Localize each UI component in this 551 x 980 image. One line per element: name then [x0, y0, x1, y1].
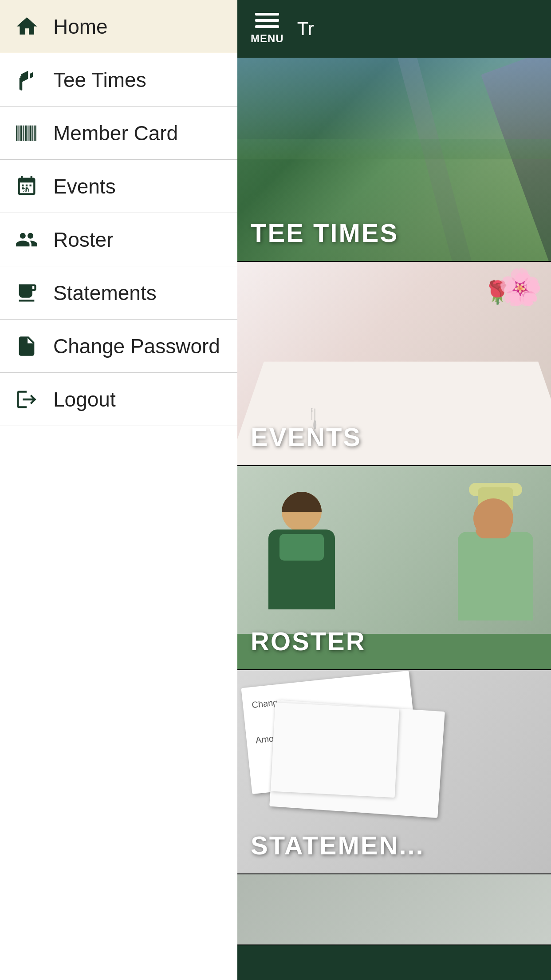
- right-panel: MENU Tr TEE TIMES: [237, 0, 551, 980]
- tile-last[interactable]: [237, 874, 551, 945]
- svg-rect-27: [311, 408, 312, 409]
- svg-rect-1: [20, 76, 22, 89]
- svg-rect-10: [34, 125, 35, 141]
- svg-rect-5: [23, 125, 24, 141]
- svg-rect-28: [311, 410, 312, 411]
- tile-tee-times[interactable]: TEE TIMES: [237, 58, 551, 262]
- svg-rect-14: [30, 184, 31, 186]
- statements-icon: [13, 280, 40, 306]
- tile-statements[interactable]: Change $0.00 Amount Paid Change $0.00 Am…: [237, 670, 551, 874]
- people-icon: [13, 226, 40, 253]
- sidebar-item-change-password[interactable]: Change Password: [0, 320, 237, 373]
- sidebar-events-label: Events: [53, 174, 116, 198]
- sidebar-roster-label: Roster: [53, 228, 113, 252]
- statements-tile-label: STATEMEN...: [251, 830, 425, 860]
- sidebar-home-label: Home: [53, 15, 108, 39]
- barcode-icon: [13, 120, 40, 146]
- events-tile-label: EVENTS: [251, 422, 362, 452]
- tiles-container: TEE TIMES 🌸 🌹: [237, 58, 551, 980]
- logout-icon: [13, 386, 40, 413]
- sidebar-tee-times-label: Tee Times: [53, 68, 146, 92]
- header-title: Tr: [297, 18, 314, 40]
- svg-rect-6: [25, 125, 27, 141]
- tile-roster[interactable]: ROSTER: [237, 466, 551, 670]
- svg-text:30: 30: [23, 187, 29, 194]
- tile-events[interactable]: 🌸 🌹 EVENTS: [237, 262, 551, 466]
- roster-tile-label: ROSTER: [251, 626, 366, 656]
- svg-rect-3: [19, 125, 20, 141]
- menu-button[interactable]: MENU: [251, 13, 284, 45]
- svg-rect-7: [28, 125, 28, 141]
- svg-rect-4: [20, 125, 22, 141]
- sidebar-item-statements[interactable]: Statements: [0, 266, 237, 320]
- svg-rect-29: [311, 411, 312, 412]
- menu-lines-icon: [255, 13, 279, 28]
- sidebar-item-roster[interactable]: Roster: [0, 213, 237, 266]
- document-icon: [13, 333, 40, 360]
- svg-rect-19: [21, 291, 28, 292]
- svg-rect-12: [22, 184, 24, 186]
- svg-rect-18: [21, 288, 28, 289]
- svg-rect-11: [37, 125, 37, 141]
- sidebar-statements-label: Statements: [53, 281, 157, 305]
- flag-icon: [13, 67, 40, 93]
- svg-rect-20: [21, 294, 26, 295]
- sidebar: Home Tee Times: [0, 0, 237, 980]
- sidebar-change-password-label: Change Password: [53, 334, 220, 358]
- sidebar-item-member-card[interactable]: Member Card: [0, 107, 237, 160]
- svg-rect-13: [26, 184, 28, 186]
- calendar-icon: 30: [13, 173, 40, 200]
- sidebar-item-home[interactable]: Home: [0, 0, 237, 53]
- home-icon: [13, 13, 40, 40]
- menu-label: MENU: [251, 32, 284, 45]
- sidebar-member-card-label: Member Card: [53, 121, 178, 145]
- tee-times-tile-label: TEE TIMES: [251, 218, 398, 248]
- svg-rect-9: [32, 125, 33, 141]
- sidebar-item-events[interactable]: 30 Events: [0, 160, 237, 213]
- sidebar-item-logout[interactable]: Logout: [0, 373, 237, 426]
- svg-rect-2: [16, 125, 17, 141]
- svg-rect-8: [30, 125, 31, 141]
- sidebar-logout-label: Logout: [53, 387, 116, 411]
- right-header: MENU Tr: [237, 0, 551, 58]
- sidebar-item-tee-times[interactable]: Tee Times: [0, 53, 237, 107]
